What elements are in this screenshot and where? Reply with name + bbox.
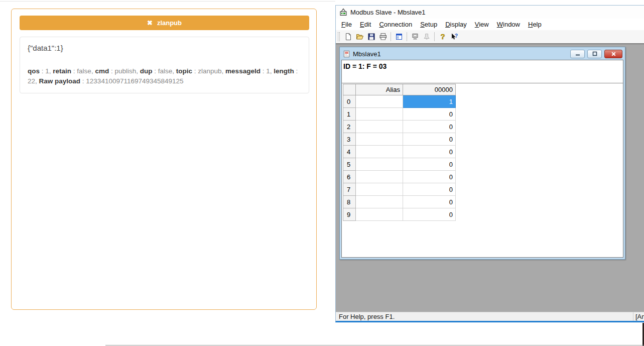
open-file-button[interactable] — [354, 31, 365, 42]
alias-cell[interactable] — [356, 146, 403, 158]
meta-key: qos — [28, 67, 40, 75]
alias-cell[interactable] — [356, 95, 403, 108]
toolbar-grip[interactable] — [338, 32, 340, 41]
window-title: Modbus Slave - Mbslave1 — [350, 9, 426, 16]
alias-cell[interactable] — [356, 171, 403, 183]
close-button[interactable] — [604, 50, 622, 58]
menu-display[interactable]: Display — [441, 20, 471, 29]
topic-unsubscribe-button[interactable]: ✖ zlanpub — [20, 16, 309, 30]
value-cell[interactable]: 0 — [403, 196, 456, 208]
grid-row: 01 — [343, 95, 456, 108]
slave-id-function-line: ID = 1: F = 03 — [342, 60, 623, 83]
meta-value: zlanpub — [198, 67, 221, 75]
alias-cell[interactable] — [356, 183, 403, 196]
connect-button[interactable] — [409, 31, 421, 42]
new-file-button[interactable] — [342, 31, 354, 42]
row-header-cell[interactable]: 2 — [343, 121, 356, 133]
address-column-header[interactable]: 00000 — [403, 84, 456, 95]
modbus-slave-window: Modbus Slave - Mbslave1 FileEditConnecti… — [335, 5, 644, 322]
child-window-title: Mbslave1 — [353, 50, 381, 58]
grid-row: 10 — [343, 108, 456, 121]
row-header-cell[interactable]: 1 — [343, 108, 356, 121]
alias-cell[interactable] — [356, 208, 403, 221]
grid-header-row: Alias 00000 — [343, 84, 456, 95]
display-setup-icon — [395, 33, 403, 41]
help-icon: ? — [439, 33, 447, 41]
value-cell[interactable]: 0 — [403, 108, 456, 121]
status-bar-right-pane: [An — [633, 312, 644, 321]
bottom-edge-line — [105, 345, 644, 345]
register-grid: Alias 00000 01102030405060708090 — [343, 84, 456, 221]
menu-edit[interactable]: Edit — [356, 20, 375, 29]
disconnect-button[interactable] — [421, 31, 432, 42]
row-header-cell[interactable]: 5 — [343, 158, 356, 171]
x-mark-icon: ✖ — [147, 20, 153, 26]
help-button[interactable]: ? — [437, 31, 448, 42]
menu-file[interactable]: File — [337, 20, 356, 29]
meta-key: Raw payload — [39, 77, 81, 85]
child-content: ID = 1: F = 03 Alias 00000 0110203040506… — [341, 60, 623, 258]
mqtt-subscription-card: ✖ zlanpub {"data1":1} qos : 1, retain : … — [11, 9, 317, 310]
row-header-cell[interactable]: 8 — [343, 196, 356, 208]
print-button[interactable] — [377, 31, 389, 42]
grid-row: 20 — [343, 121, 456, 133]
meta-key: dup — [140, 67, 153, 75]
message-meta: qos : 1, retain : false, cmd : publish, … — [28, 66, 301, 86]
value-cell[interactable]: 0 — [403, 121, 456, 133]
grid-row: 90 — [343, 208, 456, 221]
value-cell[interactable]: 0 — [403, 171, 456, 183]
row-header-cell[interactable]: 6 — [343, 171, 356, 183]
alias-cell[interactable] — [356, 121, 403, 133]
row-header-cell[interactable]: 7 — [343, 183, 356, 196]
context-help-button[interactable]: ? — [448, 31, 460, 42]
grid-row: 40 — [343, 146, 456, 158]
alias-cell[interactable] — [356, 133, 403, 146]
alias-cell[interactable] — [356, 196, 403, 208]
alias-cell[interactable] — [356, 108, 403, 121]
status-bar-text: For Help, press F1. — [339, 313, 395, 320]
received-message-box: {"data1":1} qos : 1, retain : false, cmd… — [20, 37, 309, 93]
alias-cell[interactable] — [356, 158, 403, 171]
svg-text:?: ? — [454, 33, 457, 39]
restore-button[interactable] — [587, 50, 602, 58]
value-cell-selected[interactable]: 1 — [403, 95, 456, 108]
corner-header-cell[interactable] — [343, 84, 356, 95]
page-top-divider — [0, 1, 335, 2]
meta-value: 22 — [28, 77, 35, 85]
menu-view[interactable]: View — [471, 20, 493, 29]
alias-column-header[interactable]: Alias — [356, 84, 403, 95]
menu-window[interactable]: Window — [493, 20, 524, 29]
menu-connection[interactable]: Connection — [375, 20, 416, 29]
meta-value: 1 — [45, 67, 49, 75]
row-header-cell[interactable]: 3 — [343, 133, 356, 146]
grid-row: 30 — [343, 133, 456, 146]
meta-value: false — [77, 67, 91, 75]
meta-key: messageId — [225, 67, 261, 75]
child-title-bar[interactable]: Mbslave1 — [341, 49, 623, 60]
context-help-icon: ? — [450, 33, 458, 41]
value-cell[interactable]: 0 — [403, 208, 456, 221]
register-grid-zone: Alias 00000 01102030405060708090 — [342, 83, 623, 257]
modbus-app-icon — [339, 8, 347, 16]
menu-setup[interactable]: Setup — [416, 20, 441, 29]
main-title-bar[interactable]: Modbus Slave - Mbslave1 — [336, 6, 644, 19]
save-button[interactable] — [365, 31, 377, 42]
row-header-cell[interactable]: 9 — [343, 208, 356, 221]
value-cell[interactable]: 0 — [403, 146, 456, 158]
meta-value: false — [158, 67, 173, 75]
display-setup-button[interactable] — [393, 31, 405, 42]
mdi-client-area: Mbslave1 ID = 1: F = 03 — [336, 44, 644, 312]
value-cell[interactable]: 0 — [403, 183, 456, 196]
meta-value: publish — [114, 67, 136, 75]
topic-label: zlanpub — [157, 19, 182, 27]
toolbar-separator — [391, 32, 391, 41]
row-header-cell[interactable]: 4 — [343, 146, 356, 158]
minimize-button[interactable] — [570, 50, 585, 58]
document-icon — [343, 50, 350, 58]
value-cell[interactable]: 0 — [403, 133, 456, 146]
close-icon — [611, 51, 616, 57]
toolbar-separator — [407, 32, 407, 41]
row-header-cell[interactable]: 0 — [343, 95, 356, 108]
value-cell[interactable]: 0 — [403, 158, 456, 171]
menu-help[interactable]: Help — [524, 20, 546, 29]
